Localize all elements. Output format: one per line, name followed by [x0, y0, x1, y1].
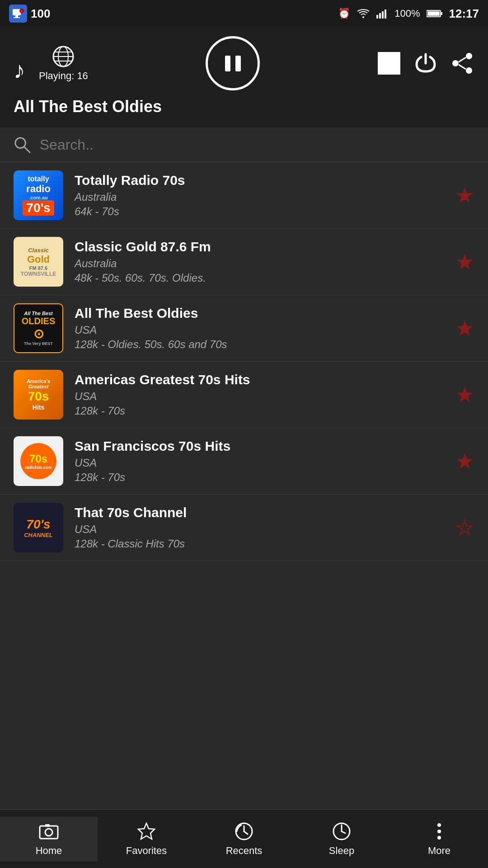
wifi-icon [357, 9, 370, 19]
station-bitrate-5: 128k - 70s [75, 471, 446, 484]
search-bar [0, 127, 488, 162]
nav-favorites[interactable]: Favorites [98, 817, 195, 861]
battery-icon [427, 9, 443, 18]
sleep-icon [332, 821, 352, 841]
station-item-4[interactable]: America's Greatest 70s Hits Americas Gre… [0, 362, 488, 428]
station-logo-1: totally radio .com.au 70's [14, 170, 63, 220]
station-name-1: Totally Radio 70s [75, 173, 446, 188]
player-right-icons [378, 52, 474, 75]
favorite-star-4[interactable]: ★ [455, 382, 474, 407]
station-bitrate-6: 128k - Classic Hits 70s [75, 538, 446, 550]
status-count: 100 [31, 7, 50, 21]
svg-rect-28 [45, 824, 50, 827]
svg-rect-26 [40, 826, 58, 839]
player-left-icons: ♪ Playing: 16 [14, 45, 88, 82]
now-playing-title: All The Best Oldies [14, 97, 474, 116]
station-info-1: Totally Radio 70s Australia 64k - 70s [75, 173, 446, 218]
svg-text:♪: ♪ [21, 9, 23, 13]
station-logo-2: Classic Gold FM 87.6 TOWNSVILLE [14, 237, 63, 287]
svg-rect-6 [379, 13, 381, 19]
search-input[interactable] [40, 137, 474, 153]
favorite-star-3[interactable]: ★ [455, 316, 474, 341]
station-name-4: Americas Greatest 70s Hits [75, 372, 446, 387]
svg-point-24 [15, 138, 26, 148]
nav-home-label: Home [36, 845, 62, 857]
station-name-6: That 70s Channel [75, 505, 446, 520]
pause-button[interactable] [206, 36, 260, 90]
alarm-icon: ⏰ [338, 8, 350, 19]
favorite-star-2[interactable]: ★ [455, 249, 474, 274]
svg-rect-18 [235, 56, 241, 71]
status-bar: ♪ 100 ⏰ 100% 12:17 [0, 0, 488, 27]
svg-point-20 [452, 60, 459, 66]
station-bitrate-2: 48k - 50s. 60s. 70s. Oldies. [75, 272, 446, 284]
station-item-6[interactable]: 70's CHANNEL That 70s Channel USA 128k -… [0, 495, 488, 561]
station-item-2[interactable]: Classic Gold FM 87.6 TOWNSVILLE Classic … [0, 229, 488, 295]
nav-favorites-label: Favorites [126, 845, 167, 857]
svg-marker-29 [138, 823, 155, 839]
svg-rect-2 [14, 17, 20, 18]
radio-list: totally radio .com.au 70's Totally Radio… [0, 162, 488, 620]
svg-point-27 [45, 829, 52, 836]
station-country-2: Australia [75, 257, 446, 270]
pause-icon [221, 51, 245, 76]
station-name-5: San Franciscos 70s Hits [75, 439, 446, 454]
station-logo-6: 70's CHANNEL [14, 503, 63, 552]
station-logo-3: All The Best OLDIES ⊙ The Very BEST [14, 303, 63, 353]
svg-rect-10 [441, 12, 442, 15]
station-name-3: All The Best Oldies [75, 306, 446, 321]
nav-sleep-label: Sleep [329, 845, 354, 857]
svg-rect-5 [376, 15, 378, 19]
globe-wrap: Playing: 16 [39, 45, 88, 82]
nav-sleep[interactable]: Sleep [293, 817, 390, 861]
globe-icon[interactable] [52, 45, 75, 68]
svg-point-35 [437, 830, 441, 833]
music-note-icon[interactable]: ♪ [14, 58, 25, 82]
station-info-6: That 70s Channel USA 128k - Classic Hits… [75, 505, 446, 550]
station-logo-4: America's Greatest 70s Hits [14, 370, 63, 420]
share-icon[interactable] [451, 52, 474, 75]
station-info-2: Classic Gold 87.6 Fm Australia 48k - 50s… [75, 239, 446, 284]
svg-rect-17 [225, 56, 230, 71]
svg-point-21 [466, 67, 472, 74]
svg-line-23 [459, 65, 466, 69]
svg-rect-0 [13, 9, 21, 15]
nav-more[interactable]: More [390, 817, 488, 861]
svg-point-34 [437, 823, 441, 827]
signal-icon [376, 9, 388, 19]
favorite-star-5[interactable]: ★ [455, 448, 474, 474]
favorite-star-6[interactable]: ☆ [455, 515, 474, 540]
svg-rect-7 [382, 11, 384, 19]
recents-icon [234, 821, 254, 841]
stop-button[interactable] [378, 52, 400, 75]
favorite-star-1[interactable]: ★ [455, 183, 474, 208]
app-icon: ♪ [9, 5, 27, 23]
svg-rect-11 [427, 11, 440, 16]
station-bitrate-1: 64k - 70s [75, 205, 446, 218]
svg-line-22 [459, 57, 466, 62]
nav-more-label: More [428, 845, 450, 857]
svg-line-33 [342, 831, 345, 833]
station-country-1: Australia [75, 191, 446, 203]
svg-rect-1 [15, 15, 18, 17]
station-info-5: San Franciscos 70s Hits USA 128k - 70s [75, 439, 446, 484]
svg-point-19 [466, 53, 472, 59]
nav-recents-label: Recents [226, 845, 263, 857]
favorites-star-icon [136, 821, 156, 841]
station-item-1[interactable]: totally radio .com.au 70's Totally Radio… [0, 162, 488, 229]
nav-home[interactable]: Home [0, 817, 98, 861]
home-camera-icon [39, 821, 59, 841]
station-bitrate-3: 128k - Oldies. 50s. 60s and 70s [75, 338, 446, 351]
station-country-3: USA [75, 324, 446, 336]
nav-recents[interactable]: Recents [195, 817, 293, 861]
station-country-6: USA [75, 523, 446, 536]
station-item-3[interactable]: All The Best OLDIES ⊙ The Very BEST All … [0, 295, 488, 362]
station-item-5[interactable]: 70s radiohits.com San Franciscos 70s Hit… [0, 428, 488, 495]
bottom-navigation: Home Favorites Recents Sleep More [0, 809, 488, 868]
status-left: ♪ 100 [9, 5, 50, 23]
station-info-4: Americas Greatest 70s Hits USA 128k - 70… [75, 372, 446, 417]
player-controls-row: ♪ Playing: 16 [14, 36, 474, 90]
station-logo-5: 70s radiohits.com [14, 436, 63, 486]
power-icon[interactable] [414, 52, 437, 75]
svg-point-36 [437, 836, 441, 840]
